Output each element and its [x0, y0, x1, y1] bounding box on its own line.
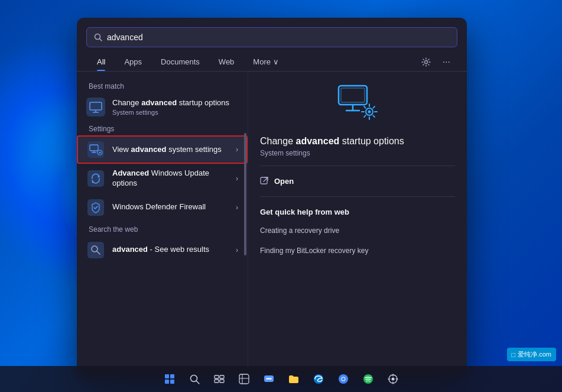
taskbar-spotify[interactable] [358, 368, 379, 390]
svg-rect-46 [220, 380, 224, 383]
best-match-label: Best match [77, 79, 248, 93]
help-link-1[interactable]: Creating a recovery drive [260, 225, 455, 237]
svg-rect-21 [341, 88, 365, 102]
svg-point-57 [342, 378, 345, 381]
windows-defender-icon [86, 198, 105, 217]
svg-line-1 [100, 39, 102, 41]
result-advanced-windows[interactable]: Advanced Windows Update options › [77, 164, 248, 193]
taskbar-taskview[interactable] [209, 368, 230, 390]
watermark-text: 爱纯净.com [518, 350, 551, 359]
svg-rect-43 [215, 375, 219, 378]
preview-title: Change advanced startup options [260, 135, 455, 148]
svg-rect-3 [86, 98, 105, 116]
scroll-thumb[interactable] [244, 133, 246, 256]
best-match-subtitle: System settings [112, 109, 238, 116]
result-web-search[interactable]: advanced - See web results › [77, 236, 248, 264]
taskbar-settings-app[interactable] [382, 368, 404, 390]
main-content: Best match Change advanced startup op [77, 72, 467, 378]
best-match-icon [86, 98, 105, 116]
open-icon [260, 177, 268, 185]
svg-point-52 [268, 378, 269, 380]
svg-rect-45 [215, 380, 219, 383]
settings-icon[interactable] [417, 54, 436, 70]
windows-defender-arrow: › [236, 203, 238, 212]
tab-more[interactable]: More ∨ [245, 54, 287, 71]
svg-point-53 [269, 378, 271, 380]
result-view-advanced[interactable]: View advanced system settings › [77, 135, 248, 164]
taskbar-chrome[interactable] [333, 368, 354, 390]
svg-point-51 [266, 378, 268, 380]
web-search-text: advanced - See web results [112, 245, 229, 255]
svg-point-12 [99, 152, 101, 154]
tab-documents[interactable]: Documents [152, 54, 208, 71]
svg-rect-44 [220, 375, 224, 378]
watermark: □ 爱纯净.com [507, 348, 557, 361]
divider-1 [260, 166, 455, 166]
svg-rect-40 [170, 380, 174, 384]
result-best-match[interactable]: Change advanced startup options System s… [77, 93, 248, 121]
tab-web[interactable]: Web [210, 54, 243, 71]
advanced-windows-arrow: › [236, 174, 238, 183]
svg-rect-38 [170, 374, 174, 378]
scroll-track [244, 72, 246, 378]
taskbar-chat[interactable] [258, 368, 280, 390]
view-advanced-title: View advanced system settings [112, 145, 229, 155]
web-search-title: advanced - See web results [112, 245, 229, 255]
settings-label: Settings [77, 121, 248, 135]
web-search-label: Search the web [77, 222, 248, 236]
search-value: advanced [107, 33, 450, 42]
left-panel: Best match Change advanced startup op [77, 72, 248, 378]
search-icon [94, 33, 102, 41]
svg-rect-35 [261, 177, 267, 184]
svg-rect-13 [87, 170, 104, 187]
taskbar-explorer[interactable] [283, 368, 304, 390]
preview-icon [260, 83, 455, 124]
divider-2 [260, 196, 455, 197]
view-advanced-text: View advanced system settings [112, 145, 229, 155]
tab-bar: All Apps Documents Web More ∨ ··· [77, 47, 467, 72]
best-match-title: Change advanced startup options [112, 98, 238, 108]
advanced-windows-text: Advanced Windows Update options [112, 169, 229, 189]
web-search-icon [86, 241, 105, 260]
taskbar [0, 366, 562, 392]
help-title: Get quick help from web [260, 208, 455, 216]
taskbar-widgets[interactable] [233, 368, 255, 390]
result-windows-defender[interactable]: Windows Defender Firewall › [77, 193, 248, 222]
view-advanced-arrow: › [236, 145, 238, 154]
advanced-windows-title: Advanced Windows Update options [112, 169, 229, 189]
svg-point-26 [368, 111, 371, 114]
svg-rect-17 [87, 242, 104, 258]
action-open[interactable]: Open [260, 174, 455, 188]
best-match-text: Change advanced startup options System s… [112, 98, 238, 116]
open-label: Open [274, 177, 294, 186]
taskbar-start[interactable] [159, 368, 180, 390]
preview-subtitle: System settings [260, 149, 455, 157]
svg-rect-39 [165, 380, 169, 384]
right-panel: Change advanced startup options System s… [248, 72, 467, 378]
advanced-windows-icon [86, 169, 105, 188]
view-advanced-icon [86, 140, 105, 159]
svg-point-60 [391, 378, 394, 381]
svg-rect-37 [165, 374, 169, 378]
search-bar[interactable]: advanced [86, 27, 457, 47]
windows-defender-text: Windows Defender Firewall [112, 202, 229, 212]
tab-apps[interactable]: Apps [116, 54, 150, 71]
svg-line-42 [196, 381, 199, 384]
tab-all[interactable]: All [89, 54, 113, 71]
svg-rect-20 [339, 86, 367, 105]
svg-rect-47 [239, 374, 249, 384]
web-search-arrow: › [236, 246, 238, 254]
windows-defender-title: Windows Defender Firewall [112, 202, 229, 212]
help-link-2[interactable]: Finding my BitLocker recovery key [260, 245, 455, 257]
start-menu: advanced All Apps Documents Web More ∨ ·… [77, 18, 467, 378]
taskbar-edge[interactable] [308, 368, 329, 390]
preview-title-block: Change advanced startup options System s… [260, 135, 455, 157]
watermark-icon: □ [512, 351, 516, 358]
svg-point-2 [424, 61, 427, 64]
taskbar-search[interactable] [184, 368, 205, 390]
more-options-icon[interactable]: ··· [438, 53, 455, 71]
